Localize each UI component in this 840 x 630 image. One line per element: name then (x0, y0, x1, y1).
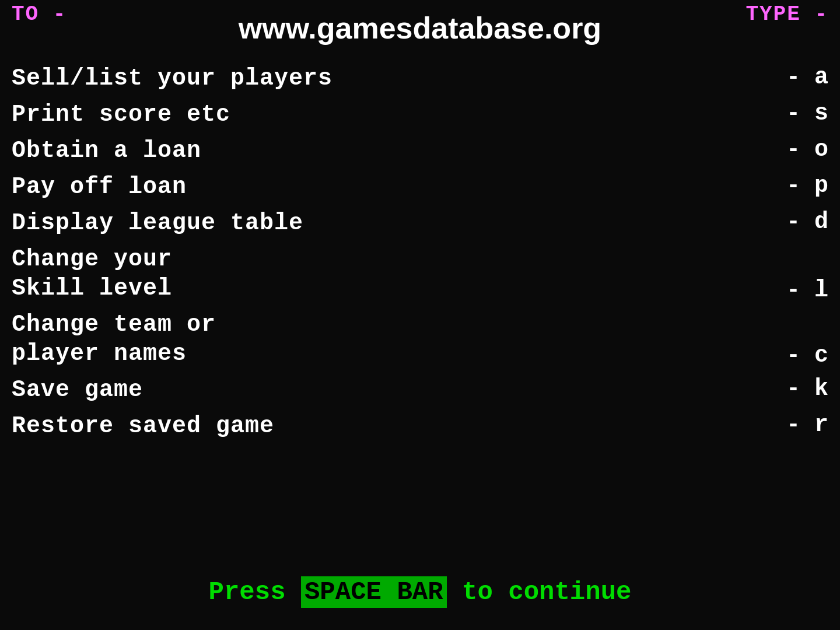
menu-item-change-team-text: Change team or player names (12, 310, 216, 369)
menu-item-pay-loan-label: Pay off loan (12, 173, 187, 202)
menu-item-change-skill-line1: Change your (12, 245, 172, 274)
menu-item-change-team-key: - c (776, 342, 828, 369)
menu-item-change-skill-line2: Skill level (12, 274, 172, 303)
menu-item-display-league-key: - d (776, 209, 828, 235)
footer-text: Press SPACE BAR to continue (209, 576, 632, 608)
spacebar-highlight[interactable]: SPACE BAR (301, 576, 447, 608)
menu-item-sell-list-label: Sell/list your players (12, 64, 332, 93)
menu-item-change-team-line1: Change team or (12, 310, 216, 340)
menu-item-obtain-loan[interactable]: Obtain a loan - o (12, 136, 828, 166)
footer-prefix: Press (209, 578, 301, 607)
menu-item-change-skill-key: - l (776, 277, 828, 303)
menu-item-pay-loan-key: - p (776, 173, 828, 199)
menu-item-change-skill[interactable]: Change your Skill level - l (12, 245, 828, 303)
menu-item-obtain-loan-label: Obtain a loan (12, 136, 201, 166)
menu-item-display-league[interactable]: Display league table - d (12, 209, 828, 238)
menu-item-restore-game[interactable]: Restore saved game - r (12, 412, 828, 441)
footer-suffix: to continue (447, 578, 632, 607)
menu-item-print-score-label: Print score etc (12, 100, 230, 130)
menu-item-save-game-key: - k (776, 376, 828, 402)
menu-item-save-game[interactable]: Save game - k (12, 376, 828, 405)
watermark: www.gamesdatabase.org (239, 10, 601, 46)
menu-area: Sell/list your players - a Print score e… (12, 64, 828, 448)
menu-item-print-score-key: - s (776, 100, 828, 127)
footer: Press SPACE BAR to continue (0, 578, 840, 607)
menu-item-sell-list-key: - a (776, 64, 828, 90)
menu-item-pay-loan[interactable]: Pay off loan - p (12, 173, 828, 202)
menu-item-change-team[interactable]: Change team or player names - c (12, 310, 828, 369)
menu-item-restore-game-label: Restore saved game (12, 412, 274, 441)
header-to: TO - (12, 2, 66, 26)
menu-item-change-team-line2: player names (12, 340, 216, 369)
menu-item-sell-list[interactable]: Sell/list your players - a (12, 64, 828, 93)
menu-item-print-score[interactable]: Print score etc - s (12, 100, 828, 130)
menu-item-change-skill-text: Change your Skill level (12, 245, 172, 303)
menu-item-restore-game-key: - r (776, 412, 828, 438)
menu-item-save-game-label: Save game (12, 376, 143, 405)
header-type: TYPE - (746, 2, 828, 26)
menu-item-display-league-label: Display league table (12, 209, 303, 238)
game-screen: TO - TYPE - www.gamesdatabase.org Sell/l… (0, 0, 840, 630)
menu-item-obtain-loan-key: - o (776, 136, 828, 163)
